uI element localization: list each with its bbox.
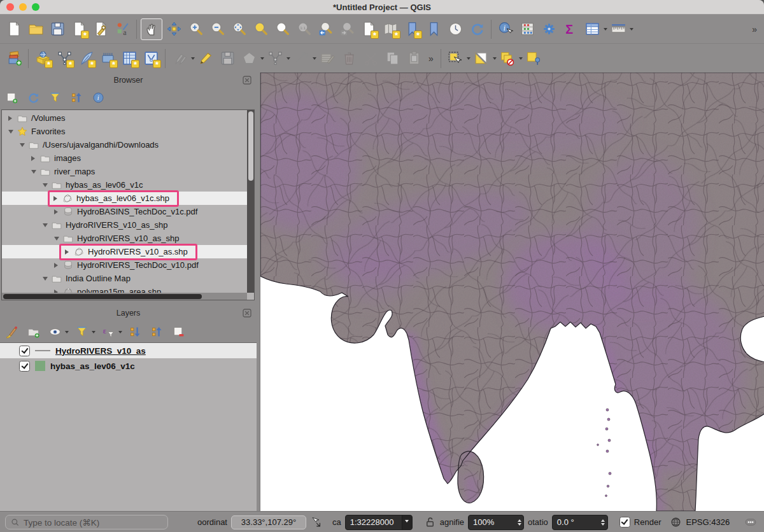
current-edits-button[interactable] [169,48,190,69]
rotation-down-icon[interactable] [601,523,605,528]
add-group-button[interactable] [25,323,41,340]
add-selected-layers-button[interactable] [3,89,20,106]
filter-legend-button[interactable] [73,323,90,340]
browser-item-hydrobasins-techdoc-v1c-pdf[interactable]: HydroBASINS_TechDoc_v1c.pdf [2,205,247,218]
split-features-dropdown-icon[interactable] [313,57,316,62]
crs-status[interactable]: EPSG:4326 [686,517,730,527]
new-spatialite-layer-button[interactable]: * [76,48,96,69]
browser-item-india-outline-map[interactable]: India Outline Map [2,272,247,285]
browser-item-hybas-as-lev06-v1c[interactable]: hybas_as_lev06_v1c [2,178,247,192]
manage-map-themes-button[interactable] [46,323,63,340]
show-layout-manager-button[interactable] [90,19,111,39]
filter-by-expression-button[interactable]: ε [100,323,117,340]
scale-combobox[interactable]: 1:32228000 [345,515,413,530]
select-features-dropdown-icon[interactable] [467,57,470,62]
style-manager-button[interactable]: a [112,19,132,39]
new-virtual-layer-button[interactable]: * [119,48,139,69]
zoom-to-selection-button[interactable] [250,19,271,39]
chevron-right-icon[interactable] [31,156,38,161]
rotation-up-icon[interactable] [601,517,605,522]
browser-item-river-maps[interactable]: river_maps [2,165,247,178]
zoom-next-button[interactable] [337,19,357,39]
vertex-tool-dropdown-icon[interactable] [286,57,290,62]
browser-item-hydrorivers-v10-as-shp[interactable]: HydroRIVERS_v10_as.shp [2,245,247,258]
delete-selected-button[interactable] [339,48,359,69]
magnifier-down-icon[interactable] [518,523,521,528]
browser-item-hydrorivers-v10-as-shp[interactable]: HydroRIVERS_v10_as_shp [2,232,247,245]
identify-features-button[interactable]: i [495,19,516,39]
measure-line-button[interactable] [608,19,628,39]
zoom-last-button[interactable] [315,19,336,39]
zoom-out-button[interactable] [207,19,227,39]
chevron-right-icon[interactable] [65,249,71,255]
select-features-by-value-dropdown-icon[interactable] [493,57,497,62]
manage-map-themes-dropdown-icon[interactable] [65,331,69,335]
new-print-layout-button[interactable]: * [69,19,89,39]
temporal-controller-button[interactable] [445,19,465,39]
expand-all-button[interactable] [127,323,143,340]
data-source-manager-button[interactable] [4,48,24,69]
browser-item-hydrorivers-v10-as-shp[interactable]: HydroRIVERS_v10_as_shp [2,218,247,232]
copy-features-button[interactable] [382,48,402,69]
zoom-native-button[interactable]: 1:1 [294,19,314,39]
deselect-features-dropdown-icon[interactable] [519,57,523,62]
remove-layer-button[interactable] [170,323,187,340]
coordinate-input[interactable]: 33.33°,107.29° [231,515,306,529]
locator-search[interactable]: Type to locate (⌘K) [5,515,168,529]
chevron-right-icon[interactable] [54,263,60,268]
split-features-button[interactable] [291,48,311,69]
maximize-window-button[interactable] [32,3,39,11]
new-3d-map-view-button[interactable]: * [380,19,400,39]
layer-item-hybas_as_lev06_v1c[interactable]: hybas_as_lev06_v1c [0,358,257,374]
add-polygon-feature-dropdown-icon[interactable] [260,57,264,62]
browser-item--volumes[interactable]: /Volumes [2,111,247,125]
select-by-location-button[interactable] [523,48,544,69]
layer-visibility-checkbox[interactable] [19,361,30,372]
save-project-button[interactable] [47,19,67,39]
measure-line-dropdown-icon[interactable] [630,28,633,32]
open-layer-styling-button[interactable] [3,323,20,340]
cut-features-button[interactable] [360,48,381,69]
toolbar-overflow-icon[interactable]: » [752,24,757,34]
filter-browser-button[interactable] [46,89,63,106]
current-edits-dropdown-icon[interactable] [191,57,195,62]
messages-icon[interactable] [742,516,759,528]
modify-attributes-button[interactable] [317,48,337,69]
show-spatial-bookmarks-button[interactable] [423,19,444,39]
collapse-all-button[interactable] [68,89,85,106]
chevron-down-icon[interactable] [54,237,59,243]
pan-to-selection-button[interactable] [164,19,184,39]
chevron-right-icon[interactable] [54,209,60,214]
new-geopackage-layer-button[interactable]: * [32,48,53,69]
close-layers-panel-icon[interactable] [243,309,251,318]
chevron-down-icon[interactable] [31,170,36,176]
new-gpx-layer-button[interactable]: * [97,48,118,69]
new-project-button[interactable] [4,19,24,39]
close-window-button[interactable] [6,3,14,11]
new-spatial-bookmark-button[interactable]: * [402,19,422,39]
add-polygon-feature-button[interactable] [239,48,259,69]
edit-overflow-icon[interactable]: » [428,53,434,64]
refresh-browser-button[interactable] [25,89,41,106]
open-project-button[interactable] [25,19,46,39]
save-layer-edits-button[interactable] [217,48,237,69]
browser-item-favorites[interactable]: Favorites [2,125,247,138]
browser-item-images[interactable]: images [2,151,247,165]
map-canvas[interactable] [260,73,764,511]
deselect-features-button[interactable] [497,48,518,69]
lock-scale-icon[interactable] [424,516,436,528]
zoom-to-layer-button[interactable] [272,19,292,39]
close-browser-panel-icon[interactable] [243,76,251,85]
minimize-window-button[interactable] [19,3,27,11]
scale-dropdown-icon[interactable] [402,515,412,529]
new-map-view-button[interactable]: * [358,19,379,39]
filter-legend-dropdown-icon[interactable] [92,331,96,335]
chevron-right-icon[interactable] [8,116,15,121]
options-button[interactable] [539,19,559,39]
open-attribute-table-button[interactable] [582,19,602,39]
magnifier-spinbox[interactable]: 100% [468,515,524,530]
chevron-down-icon[interactable] [43,277,48,283]
browser-item-hydrorivers-techdoc-v10-pdf[interactable]: HydroRIVERS_TechDoc_v10.pdf [2,258,247,272]
select-features-button[interactable] [445,48,465,69]
browser-horizontal-scrollbar[interactable] [2,293,247,300]
